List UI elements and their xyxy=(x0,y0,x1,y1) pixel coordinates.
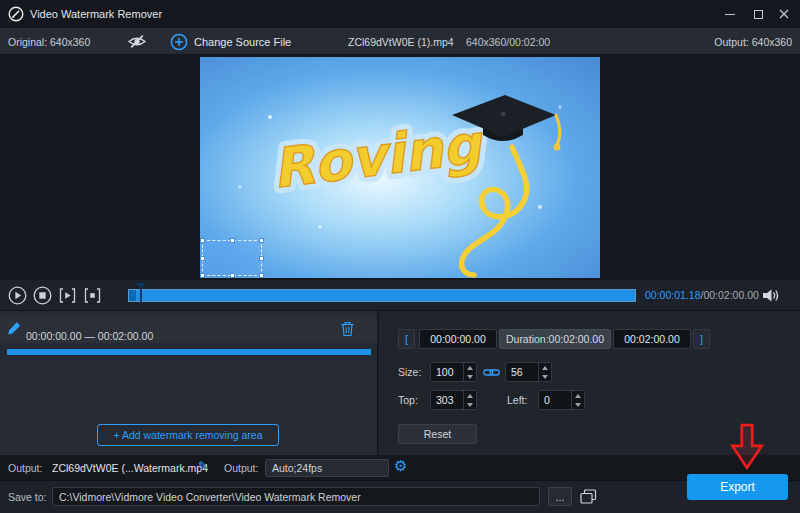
player-controls: 00:00:01.18/00:02:00.00 xyxy=(0,280,800,311)
resize-handle-se[interactable] xyxy=(259,273,264,278)
format-label: Output: xyxy=(224,462,258,474)
area-pen-icon xyxy=(7,321,22,336)
source-resolution-duration: 640x360/00:02:00 xyxy=(466,36,550,48)
browse-button[interactable]: ... xyxy=(548,487,572,506)
top-up-arrow[interactable] xyxy=(464,391,476,400)
timeline-start-handle[interactable] xyxy=(129,290,136,301)
left-input[interactable] xyxy=(539,391,571,409)
resize-handle-sw[interactable] xyxy=(200,273,205,278)
top-input[interactable] xyxy=(431,391,463,409)
export-button[interactable]: Export xyxy=(687,474,788,500)
add-source-plus-icon xyxy=(170,33,188,51)
window-title: Video Watermark Remover xyxy=(30,8,162,20)
volume-icon[interactable] xyxy=(762,288,781,303)
set-start-bracket-button[interactable]: [ xyxy=(398,329,415,349)
end-time-input[interactable] xyxy=(614,330,690,348)
watermark-area-row[interactable]: 00:00:00.00 — 00:02:00.00 xyxy=(0,317,378,343)
end-time-field xyxy=(613,329,691,349)
delete-area-trash-icon[interactable] xyxy=(340,321,355,337)
resize-handle-s[interactable] xyxy=(230,273,235,278)
top-spin xyxy=(463,391,476,409)
preview-area: Roving Roving xyxy=(0,55,800,280)
title-bar: Video Watermark Remover xyxy=(0,0,800,28)
app-logo-icon xyxy=(8,6,24,22)
resize-handle-w[interactable] xyxy=(200,256,205,261)
add-watermark-area-button[interactable]: + Add watermark removing area xyxy=(97,424,279,446)
left-down-arrow[interactable] xyxy=(572,400,584,409)
close-button[interactable] xyxy=(770,0,798,28)
change-source-file-button[interactable]: Change Source File xyxy=(170,33,291,51)
start-time-field xyxy=(419,329,497,349)
left-label: Left: xyxy=(507,394,527,406)
left-spin xyxy=(571,391,584,409)
watermark-selection-box[interactable] xyxy=(202,240,262,276)
edit-filename-icon[interactable]: ✎ xyxy=(198,459,208,473)
top-down-arrow[interactable] xyxy=(464,400,476,409)
top-label: Top: xyxy=(398,394,418,406)
height-input[interactable] xyxy=(506,363,538,381)
duration-display: Duration:00:02:00.00 xyxy=(499,329,611,349)
start-time-input[interactable] xyxy=(420,330,496,348)
resize-handle-n[interactable] xyxy=(230,238,235,243)
area-time-range: 00:00:00.00 — 00:02:00.00 xyxy=(26,330,153,342)
format-settings-gear-icon[interactable]: ⚙ xyxy=(394,457,407,475)
resize-handle-ne[interactable] xyxy=(259,238,264,243)
app-window: Video Watermark Remover Original: 640x36… xyxy=(0,0,800,513)
video-frame: Roving Roving xyxy=(200,57,600,278)
toolbar: Original: 640x360 Change Source File ZCl… xyxy=(0,28,800,55)
area-timeline-bar[interactable] xyxy=(7,349,371,355)
minimize-icon xyxy=(725,14,735,15)
size-label: Size: xyxy=(398,366,421,378)
resize-handle-e[interactable] xyxy=(259,256,264,261)
format-dropdown[interactable]: Auto;24fps xyxy=(265,459,389,477)
open-folder-icon[interactable] xyxy=(580,489,597,504)
save-row: Save to: ... xyxy=(0,481,800,513)
width-down-arrow[interactable] xyxy=(464,372,476,381)
height-down-arrow[interactable] xyxy=(539,372,551,381)
save-path-input[interactable] xyxy=(52,487,540,506)
segment-stop-button[interactable] xyxy=(83,286,102,305)
output-label: Output: xyxy=(8,462,42,474)
maximize-button[interactable] xyxy=(744,0,772,28)
stop-button[interactable] xyxy=(33,286,52,305)
time-display: 00:00:01.18/00:02:00.00 xyxy=(645,289,759,301)
original-resolution-label: Original: 640x360 xyxy=(8,36,90,48)
minimize-button[interactable] xyxy=(716,0,744,28)
segment-play-button[interactable] xyxy=(58,286,77,305)
output-resolution-label: Output: 640x360 xyxy=(714,36,792,48)
current-time: 00:00:01.18 xyxy=(645,289,700,301)
watermark-areas-panel: 00:00:00.00 — 00:02:00.00 + Add watermar… xyxy=(0,311,378,455)
output-filename: ZCl69dVtW0E (...Watermark.mp4 xyxy=(52,462,208,474)
output-row: Output: ZCl69dVtW0E (...Watermark.mp4 ✎ … xyxy=(0,455,800,481)
left-stepper xyxy=(538,390,585,410)
link-aspect-icon[interactable] xyxy=(483,367,500,378)
save-to-label: Save to: xyxy=(8,491,47,503)
width-spin xyxy=(463,363,476,381)
reset-button[interactable]: Reset xyxy=(398,424,477,444)
height-up-arrow[interactable] xyxy=(539,363,551,372)
play-button[interactable] xyxy=(8,286,27,305)
width-input[interactable] xyxy=(431,363,463,381)
hide-preview-eye-off-icon[interactable] xyxy=(128,34,146,49)
area-settings-panel: [ Duration:00:02:00.00 ] Size: xyxy=(379,311,800,455)
resize-handle-nw[interactable] xyxy=(200,238,205,243)
set-end-bracket-button[interactable]: ] xyxy=(693,329,710,349)
timeline-slider[interactable] xyxy=(128,289,636,302)
height-stepper xyxy=(505,362,552,382)
total-time: /00:02:00.00 xyxy=(700,289,758,301)
change-source-label: Change Source File xyxy=(194,36,291,48)
source-filename: ZCl69dVtW0E (1).mp4 xyxy=(348,36,454,48)
width-stepper xyxy=(430,362,477,382)
left-up-arrow[interactable] xyxy=(572,391,584,400)
top-stepper xyxy=(430,390,477,410)
width-up-arrow[interactable] xyxy=(464,363,476,372)
maximize-icon xyxy=(754,10,763,19)
height-spin xyxy=(538,363,551,381)
playhead-marker[interactable] xyxy=(140,286,142,303)
close-icon xyxy=(779,9,789,19)
